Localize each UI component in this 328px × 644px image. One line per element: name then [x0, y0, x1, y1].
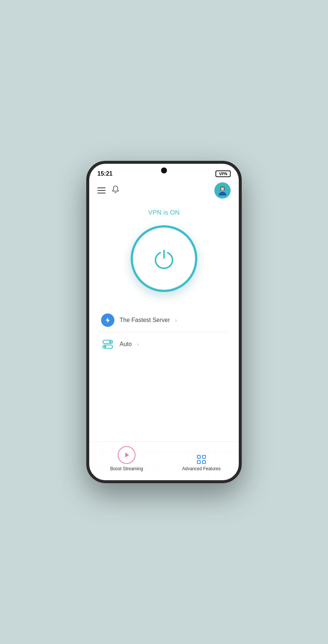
auto-protocol-item[interactable]: Auto ›: [100, 332, 228, 356]
toggle-icon: [101, 338, 114, 351]
hamburger-line-3: [97, 193, 106, 193]
fastest-server-chevron: ›: [175, 317, 177, 323]
grid-sq-1: [197, 455, 201, 459]
bolt-icon: [101, 313, 114, 327]
grid-sq-4: [202, 460, 206, 464]
server-options: The Fastest Server ›: [98, 308, 230, 356]
advanced-features-icon: [197, 455, 206, 464]
header-left: [97, 185, 120, 196]
menu-button[interactable]: [97, 187, 106, 193]
hamburger-line-1: [97, 187, 106, 188]
vpn-status-badge: VPN: [215, 170, 231, 177]
grid-sq-3: [197, 460, 201, 464]
grid-row-1: [197, 455, 206, 459]
fastest-server-label: The Fastest Server: [120, 317, 170, 323]
svg-point-5: [109, 341, 111, 343]
camera-notch: [161, 167, 167, 173]
svg-marker-8: [125, 453, 129, 458]
bottom-nav: Boost Streaming Advanced Features: [89, 441, 239, 480]
hamburger-line-2: [97, 190, 106, 191]
notification-bell-button[interactable]: [111, 185, 120, 196]
power-button-container: [131, 225, 197, 292]
side-button-1: [240, 230, 242, 249]
main-content: VPN is ON: [89, 202, 239, 441]
status-time: 15:21: [97, 170, 113, 177]
screen: 15:21 VPN: [89, 164, 239, 480]
auto-protocol-label: Auto: [120, 341, 132, 348]
header-bar: [89, 179, 239, 202]
nav-advanced-features[interactable]: Advanced Features: [164, 455, 239, 471]
phone-frame: 15:21 VPN: [86, 161, 242, 483]
grid-sq-2: [202, 455, 206, 459]
power-icon: [153, 248, 175, 270]
boost-streaming-icon-circle: [118, 446, 135, 464]
user-avatar-button[interactable]: [214, 182, 231, 199]
grid-row-2: [197, 460, 206, 464]
boost-streaming-label: Boost Streaming: [110, 466, 143, 471]
advanced-features-label: Advanced Features: [182, 466, 221, 471]
svg-point-7: [104, 346, 106, 348]
power-button[interactable]: [131, 225, 197, 292]
vpn-status-label: VPN is ON: [148, 209, 180, 216]
auto-protocol-chevron: ›: [137, 341, 139, 347]
fastest-server-item[interactable]: The Fastest Server ›: [100, 308, 228, 332]
nav-boost-streaming[interactable]: Boost Streaming: [89, 446, 164, 471]
side-button-2: [240, 253, 242, 271]
